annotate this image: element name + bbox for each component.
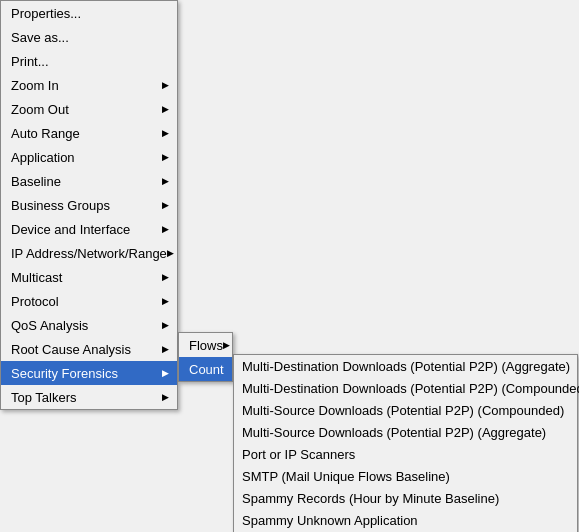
menu-item-multicast[interactable]: Multicast [1,265,177,289]
menu-item-zoom-out[interactable]: Zoom Out [1,97,177,121]
menu-item-spammy-records[interactable]: Spammy Records (Hour by Minute Baseline) [234,487,577,509]
menu-item-multi-src-comp[interactable]: Multi-Source Downloads (Potential P2P) (… [234,399,577,421]
menu-item-baseline[interactable]: Baseline [1,169,177,193]
menu-item-save-as[interactable]: Save as... [1,25,177,49]
menu-item-multi-dest-comp[interactable]: Multi-Destination Downloads (Potential P… [234,377,577,399]
menu-item-port-ip-scanners[interactable]: Port or IP Scanners [234,443,577,465]
menu-item-print[interactable]: Print... [1,49,177,73]
menu-item-multi-dest-agg[interactable]: Multi-Destination Downloads (Potential P… [234,355,577,377]
menu-level1: Properties... Save as... Print... Zoom I… [0,0,178,410]
menu-item-auto-range[interactable]: Auto Range [1,121,177,145]
menu-item-device-interface[interactable]: Device and Interface [1,217,177,241]
menu-item-root-cause[interactable]: Root Cause Analysis [1,337,177,361]
menu-item-count[interactable]: Count [179,357,232,381]
menu-item-business-groups[interactable]: Business Groups [1,193,177,217]
menu-item-application[interactable]: Application [1,145,177,169]
menu-item-zoom-in[interactable]: Zoom In [1,73,177,97]
menu-item-ip-address[interactable]: IP Address/Network/Range [1,241,177,265]
menu-item-spammy-unknown[interactable]: Spammy Unknown Application [234,509,577,531]
menu-item-top-talkers[interactable]: Top Talkers [1,385,177,409]
menu-item-security-forensics[interactable]: Security Forensics [1,361,177,385]
menu-item-qos-analysis[interactable]: QoS Analysis [1,313,177,337]
context-menu: Properties... Save as... Print... Zoom I… [0,0,178,410]
menu-level3: Multi-Destination Downloads (Potential P… [233,354,578,532]
menu-level2: Flows Count [178,332,233,382]
menu-item-multi-src-agg[interactable]: Multi-Source Downloads (Potential P2P) (… [234,421,577,443]
menu-item-properties[interactable]: Properties... [1,1,177,25]
menu-item-protocol[interactable]: Protocol [1,289,177,313]
menu-item-flows[interactable]: Flows [179,333,232,357]
menu-item-smtp[interactable]: SMTP (Mail Unique Flows Baseline) [234,465,577,487]
